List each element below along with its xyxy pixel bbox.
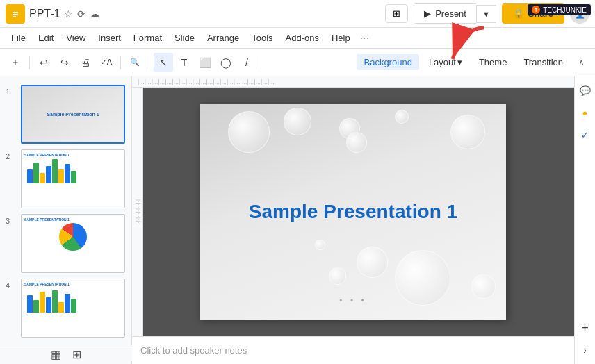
- scroll-indicator: • • •: [339, 296, 366, 306]
- slide-canvas-wrapper[interactable]: |.|.|.|.|.|.|.|.|: [132, 88, 574, 336]
- divider3: [149, 56, 149, 69]
- right-sidebar: 💬 ● ✓ + ›: [574, 76, 595, 364]
- notes-placeholder[interactable]: Click to add speaker notes: [140, 345, 247, 356]
- slide-thumb-3: SAMPLE PRESENTATION 1: [21, 214, 125, 273]
- comments-btn[interactable]: 💬: [577, 82, 594, 99]
- textbox-tool[interactable]: T: [174, 53, 194, 72]
- present-main[interactable]: ▶ Present: [414, 3, 476, 24]
- slide-title[interactable]: Sample Presentation 1: [249, 201, 457, 223]
- menu-addons[interactable]: Add-ons: [280, 30, 325, 46]
- background-btn[interactable]: Background: [357, 54, 418, 70]
- menu-arrange[interactable]: Arrange: [202, 30, 245, 46]
- main-area: 1 Sample Presentation 1 2 SAMPLE PRESENT…: [0, 76, 595, 364]
- present-dropdown[interactable]: ▼: [476, 5, 496, 23]
- star-icon[interactable]: ☆: [64, 8, 73, 19]
- slide-thumb-1: Sample Presentation 1: [21, 85, 125, 144]
- menu-insert[interactable]: Insert: [92, 30, 127, 46]
- print-btn[interactable]: 🖨: [76, 53, 95, 72]
- watermark-icon: T: [532, 6, 540, 14]
- notes-area[interactable]: Click to add speaker notes: [132, 336, 574, 364]
- slide-number-2: 2: [6, 152, 17, 160]
- mini-chart-4: [24, 288, 122, 315]
- shapes-tool[interactable]: ◯: [216, 53, 236, 72]
- canvas-area: |...|...|...|...|...|...|...|...|...|...…: [132, 76, 574, 364]
- slide-number-1: 1: [6, 88, 17, 96]
- transition-btn[interactable]: Transition: [516, 54, 570, 70]
- add-slide-btn[interactable]: ＋: [6, 53, 25, 72]
- menu-more[interactable]: ⋯: [360, 33, 369, 43]
- list-view-btn[interactable]: ⊞: [72, 348, 81, 361]
- history-icon[interactable]: ⟳: [77, 8, 85, 19]
- undo-btn[interactable]: ↩: [34, 53, 54, 72]
- slides-bottom-bar: ▦ ⊞: [0, 345, 132, 361]
- svg-rect-2: [13, 14, 18, 15]
- present-button[interactable]: ▶ Present ▼: [414, 3, 496, 24]
- slide-number-3: 3: [6, 217, 17, 225]
- slide-item-4[interactable]: 4 SAMPLE PRESENTATION 1: [0, 276, 131, 340]
- lock-icon: 🔒: [513, 8, 524, 19]
- svg-rect-1: [13, 12, 18, 13]
- notification-btn[interactable]: ●: [577, 104, 594, 121]
- thumb-title-1: Sample Presentation 1: [44, 109, 101, 119]
- divider: [29, 56, 30, 69]
- watermark-text: TECHJUNKIE: [543, 6, 587, 14]
- theme-btn[interactable]: Theme: [472, 54, 514, 70]
- ruler-horizontal: |...|...|...|...|...|...|...|...|...|...…: [132, 76, 574, 88]
- check-btn[interactable]: ✓: [577, 126, 594, 143]
- spell-check-btn[interactable]: ✓A: [97, 53, 116, 72]
- right-toolbar: Background Layout ▾ Theme Transition ∧: [357, 54, 589, 71]
- layout-dropdown[interactable]: Layout ▾: [422, 54, 469, 70]
- divider4: [261, 56, 261, 69]
- menu-help[interactable]: Help: [326, 30, 356, 46]
- image-tool[interactable]: ⬜: [195, 53, 215, 72]
- menu-slide[interactable]: Slide: [169, 30, 200, 46]
- menu-view[interactable]: View: [60, 30, 91, 46]
- toolbar: ＋ ↩ ↪ 🖨 ✓A 🔍 ↖ T ⬜ ◯ / Background Layout…: [0, 49, 595, 76]
- cloud-icon[interactable]: ☁: [90, 8, 99, 19]
- mini-chart-2: [24, 158, 122, 186]
- menu-format[interactable]: Format: [128, 30, 168, 46]
- mini-pie-3: [59, 223, 87, 251]
- line-tool[interactable]: /: [237, 53, 256, 72]
- watermark: T TECHJUNKIE: [528, 4, 591, 15]
- expand-btn[interactable]: ›: [577, 342, 594, 358]
- slide-item-3[interactable]: 3 SAMPLE PRESENTATION 1: [0, 211, 131, 276]
- top-bar: PPT-1 ☆ ⟳ ☁ ⊞ ▶ Present ▼ 🔒 Share 👤: [0, 0, 595, 28]
- slide-thumb-2: SAMPLE PRESENTATION 1: [21, 149, 125, 208]
- redo-btn[interactable]: ↪: [55, 53, 74, 72]
- grid-view-btn[interactable]: ▦: [51, 348, 61, 361]
- menu-bar: File Edit View Insert Format Slide Arran…: [0, 28, 595, 49]
- zoom-btn[interactable]: 🔍: [125, 53, 145, 72]
- slide-thumb-4: SAMPLE PRESENTATION 1: [21, 279, 125, 338]
- menu-edit[interactable]: Edit: [33, 30, 59, 46]
- ruler-vertical: |.|.|.|.|.|.|.|.|: [132, 88, 143, 336]
- divider2: [120, 56, 121, 69]
- app-icon: [6, 4, 25, 24]
- add-sidebar-btn[interactable]: +: [577, 320, 594, 336]
- slides-panel: 1 Sample Presentation 1 2 SAMPLE PRESENT…: [0, 76, 132, 364]
- menu-tools[interactable]: Tools: [246, 30, 278, 46]
- slide-number-4: 4: [6, 281, 17, 290]
- slide-item-2[interactable]: 2 SAMPLE PRESENTATION 1: [0, 147, 131, 211]
- select-tool[interactable]: ↖: [154, 53, 173, 72]
- slideshow-icon-btn[interactable]: ⊞: [385, 4, 408, 23]
- menu-file[interactable]: File: [6, 30, 31, 46]
- doc-title[interactable]: PPT-1: [29, 8, 60, 20]
- title-area: PPT-1 ☆ ⟳ ☁: [29, 8, 203, 20]
- slide-canvas[interactable]: Sample Presentation 1: [200, 104, 506, 320]
- collapse-btn[interactable]: ∧: [573, 54, 589, 71]
- slide-item-1[interactable]: 1 Sample Presentation 1: [0, 82, 131, 147]
- svg-rect-3: [13, 16, 16, 17]
